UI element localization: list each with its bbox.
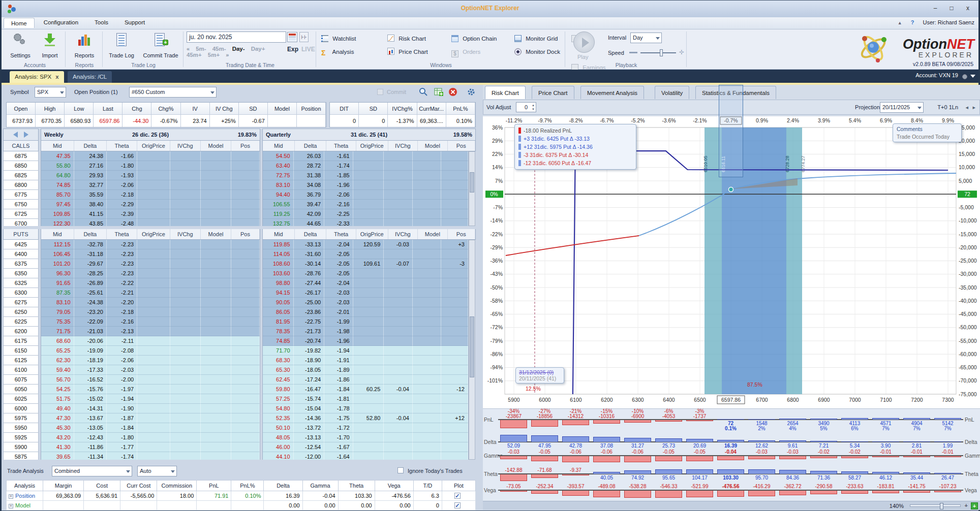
strike-cell[interactable]: 6375	[3, 259, 39, 269]
option-cell[interactable]: -1.99	[324, 317, 353, 327]
option-cell[interactable]	[137, 394, 170, 404]
option-cell[interactable]: 47.30	[41, 413, 74, 423]
option-cell[interactable]	[231, 365, 260, 375]
option-cell[interactable]	[137, 259, 170, 269]
tab-volatility[interactable]: Volatility	[655, 86, 689, 99]
option-cell[interactable]	[384, 278, 413, 288]
option-cell[interactable]	[441, 190, 468, 200]
option-cell[interactable]: 52.35	[263, 413, 294, 423]
option-cell[interactable]: -2.16	[107, 317, 137, 327]
option-cell[interactable]	[413, 336, 442, 346]
option-cell[interactable]: 35.59	[74, 190, 107, 200]
option-cell[interactable]: 43.20	[41, 433, 74, 442]
strike-cell[interactable]: 5975	[3, 413, 39, 423]
option-row[interactable]: 62.30-18.19-2.06	[41, 356, 260, 365]
option-cell[interactable]: -23.86	[294, 307, 325, 317]
option-cell[interactable]: 48.05	[263, 433, 294, 442]
option-cell[interactable]	[137, 452, 170, 460]
option-cell[interactable]: -3	[441, 259, 468, 269]
option-cell[interactable]: -1.86	[324, 375, 353, 385]
strike-cell[interactable]: 6200	[3, 327, 39, 336]
option-cell[interactable]: 59.80	[263, 385, 294, 394]
tab-configuration[interactable]: Configuration	[37, 17, 85, 27]
import-button[interactable]: Import	[35, 31, 65, 58]
option-cell[interactable]: -25.61	[74, 288, 107, 298]
option-row[interactable]: 49.40-14.31-1.90	[41, 404, 260, 413]
option-cell[interactable]: +12	[441, 413, 468, 423]
option-row[interactable]: 96.30-28.25-2.23	[41, 269, 260, 278]
add-chart-icon[interactable]: +	[971, 502, 978, 509]
option-cell[interactable]: 44.10	[263, 452, 294, 460]
option-row[interactable]: 51.75-15.02-1.94	[41, 394, 260, 404]
option-cell[interactable]: 71.70	[263, 346, 294, 356]
option-cell[interactable]	[201, 442, 231, 452]
option-row[interactable]: 71.75-21.03-2.13	[41, 327, 260, 336]
option-cell[interactable]	[353, 190, 384, 200]
option-cell[interactable]	[413, 442, 442, 452]
collapse-ribbon-icon[interactable]: ▲	[898, 20, 902, 25]
option-row[interactable]: 46.00-12.54-1.67	[263, 442, 468, 452]
option-cell[interactable]	[384, 200, 413, 209]
option-row[interactable]: 56.70-16.52-2.00	[41, 375, 260, 385]
option-cell[interactable]	[137, 240, 170, 249]
option-cell[interactable]: 34.08	[294, 180, 325, 190]
option-cell[interactable]	[441, 209, 468, 219]
option-cell[interactable]	[413, 433, 442, 442]
option-cell[interactable]	[413, 151, 442, 161]
option-cell[interactable]	[384, 161, 413, 171]
tab-price-chart[interactable]: Price Chart	[532, 86, 574, 99]
option-cell[interactable]	[413, 375, 442, 385]
option-cell[interactable]: 112.15	[41, 240, 74, 249]
option-cell[interactable]: 68.30	[263, 356, 294, 365]
option-cell[interactable]: -1.90	[107, 404, 137, 413]
option-cell[interactable]: -18.90	[294, 356, 325, 365]
option-cell[interactable]	[137, 413, 170, 423]
option-cell[interactable]: 71.75	[41, 327, 74, 336]
option-cell[interactable]: -0.04	[384, 385, 413, 394]
option-cell[interactable]	[201, 249, 231, 259]
option-cell[interactable]: -2.06	[107, 180, 137, 190]
option-cell[interactable]: -1.84	[324, 385, 353, 394]
option-cell[interactable]: -18.19	[74, 356, 107, 365]
option-row[interactable]: 85.7035.59-2.18	[41, 190, 260, 200]
option-row[interactable]: 91.65-26.89-2.22	[41, 278, 260, 288]
option-cell[interactable]	[353, 219, 384, 226]
option-cell[interactable]	[413, 307, 442, 317]
option-cell[interactable]	[441, 249, 468, 259]
option-cell[interactable]: 51.75	[41, 394, 74, 404]
option-cell[interactable]	[353, 249, 384, 259]
option-cell[interactable]: 54.80	[263, 404, 294, 413]
option-row[interactable]: 94.4036.79-2.06	[263, 190, 468, 200]
account-dropdown-icon[interactable]	[970, 75, 975, 78]
option-cell[interactable]	[441, 356, 468, 365]
option-row[interactable]: 86.05-23.86-2.01	[263, 307, 468, 317]
option-cell[interactable]	[137, 375, 170, 385]
option-cell[interactable]: 46.00	[263, 442, 294, 452]
option-cell[interactable]	[353, 161, 384, 171]
option-cell[interactable]	[137, 151, 170, 161]
option-cell[interactable]: 74.85	[263, 336, 294, 346]
option-cell[interactable]: 44.65	[294, 219, 325, 226]
option-row[interactable]: 71.70-19.82-1.94	[263, 346, 468, 356]
option-cell[interactable]	[137, 278, 170, 288]
strike-cell[interactable]: 6300	[3, 288, 39, 298]
option-cell[interactable]	[384, 190, 413, 200]
option-cell[interactable]: 101.20	[41, 259, 74, 269]
option-cell[interactable]: 26.03	[294, 151, 325, 161]
option-cell[interactable]	[413, 452, 442, 460]
option-cell[interactable]	[441, 404, 468, 413]
option-cell[interactable]: -2.11	[107, 336, 137, 346]
option-cell[interactable]	[170, 209, 201, 219]
zoom-slider-handle[interactable]	[940, 503, 943, 509]
option-cell[interactable]: -24.38	[74, 298, 107, 307]
plot-checkbox[interactable]: ✓	[454, 493, 461, 499]
option-cell[interactable]	[413, 249, 442, 259]
option-cell[interactable]	[353, 209, 384, 219]
option-cell[interactable]: -1.72	[324, 423, 353, 433]
option-cell[interactable]	[137, 200, 170, 209]
option-cell[interactable]: 55.80	[41, 161, 74, 171]
option-cell[interactable]	[201, 413, 231, 423]
option-cell[interactable]: 29.93	[74, 171, 107, 180]
strike-cell[interactable]: 5950	[3, 423, 39, 433]
option-row[interactable]: 45.30-13.05-1.84	[41, 423, 260, 433]
